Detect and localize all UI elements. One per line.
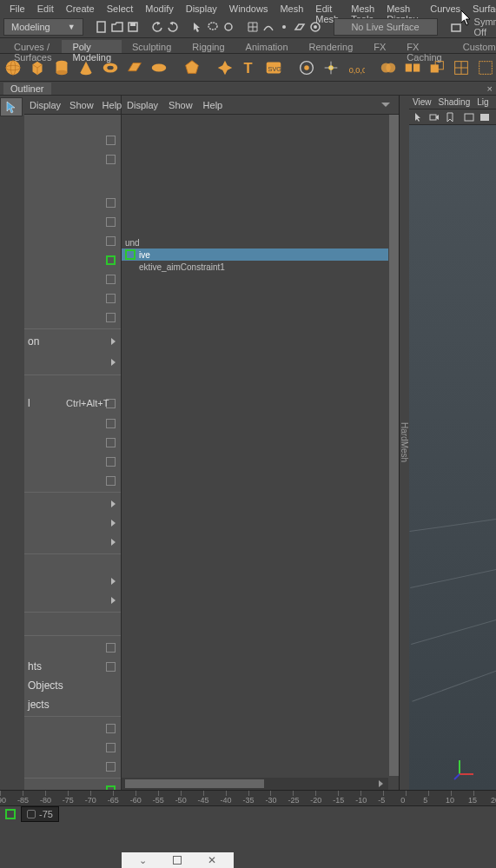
svg-import-icon[interactable]: SVG	[264, 57, 283, 78]
open-scene-icon[interactable]	[111, 20, 123, 34]
snap-grid-icon[interactable]	[247, 20, 259, 34]
menu-display[interactable]: Display	[180, 2, 223, 14]
super-shape-icon[interactable]	[215, 57, 235, 78]
viewport-canvas[interactable]	[409, 125, 496, 790]
menu-item-label[interactable]: on	[28, 335, 39, 348]
select-mode-icon[interactable]	[191, 20, 203, 34]
maximize-icon[interactable]	[173, 856, 182, 865]
menu-checkbox[interactable]	[106, 275, 116, 284]
menu-mesh-display[interactable]: Mesh Display	[380, 2, 424, 14]
chevron-down-icon[interactable]: ⌄	[139, 855, 147, 866]
menu-checkbox[interactable]	[106, 743, 116, 752]
poly-cone-icon[interactable]	[76, 57, 96, 78]
extract-icon[interactable]	[427, 57, 446, 78]
menu-item-label[interactable]: jects	[28, 699, 50, 711]
shelf-tab-fx[interactable]: FX	[363, 40, 396, 53]
context-menu-show[interactable]: Show	[69, 100, 94, 110]
construction-history-icon[interactable]	[450, 20, 462, 34]
menu-item-label[interactable]: l	[28, 397, 30, 409]
shelf-tab-rigging[interactable]: Rigging	[182, 40, 235, 53]
snap-point-icon[interactable]	[278, 20, 290, 34]
poly-type-icon[interactable]: T	[240, 57, 259, 78]
menu-edit-mesh[interactable]: Edit Mesh	[309, 2, 345, 14]
outliner-item[interactable]: und	[122, 236, 388, 248]
paint-select-icon[interactable]	[222, 20, 235, 34]
platonic-icon[interactable]	[182, 57, 202, 78]
shelf-tab-rendering[interactable]: Rendering	[299, 40, 364, 53]
viewport-side-tab[interactable]: HardMesh	[400, 96, 409, 790]
menu-checkbox[interactable]	[106, 457, 116, 467]
menu-checkbox[interactable]	[106, 236, 116, 246]
context-menu-help[interactable]: Help	[103, 100, 122, 110]
shelf-tab-sculpting[interactable]: Sculpting	[122, 40, 182, 53]
redo-icon[interactable]	[167, 20, 179, 34]
combine-icon[interactable]	[379, 57, 398, 78]
menu-checkbox[interactable]	[106, 476, 116, 486]
viewport-menu-lighting[interactable]: Lig	[477, 97, 488, 107]
menu-checkbox[interactable]	[106, 662, 116, 672]
viewport-menu-view[interactable]: View	[413, 97, 432, 107]
boolean-icon[interactable]	[476, 57, 495, 78]
shelf-tab-custom[interactable]: Custom	[453, 40, 496, 53]
outliner-horizontal-scrollbar[interactable]	[122, 778, 388, 790]
context-menu-display[interactable]: Display	[30, 100, 61, 110]
menu-checkbox[interactable]	[106, 643, 116, 653]
shelf-tab-fx-caching[interactable]: FX Caching	[396, 40, 452, 53]
outliner-menu-show[interactable]: Show	[169, 100, 193, 110]
outliner-menu-display[interactable]: Display	[127, 100, 158, 110]
snap-curve-icon[interactable]	[262, 20, 274, 34]
outliner-menu-help[interactable]: Help	[203, 100, 223, 110]
shelf-tab-animation[interactable]: Animation	[235, 40, 299, 53]
outliner-tree[interactable]: und ive ektive_aimConstraint1	[122, 115, 388, 776]
symmetry-status[interactable]: Symmetry: Off	[474, 17, 496, 37]
menu-checkbox[interactable]	[106, 155, 116, 164]
lasso-select-icon[interactable]	[207, 20, 219, 34]
menu-select[interactable]: Select	[101, 2, 140, 14]
menu-curves[interactable]: Curves	[424, 2, 466, 14]
poly-torus-icon[interactable]	[101, 57, 120, 78]
soft-select-icon[interactable]	[297, 57, 316, 78]
live-surface-status[interactable]: No Live Surface	[334, 18, 438, 36]
menu-create[interactable]: Create	[60, 2, 101, 14]
outliner-options-dropdown-icon[interactable]	[381, 103, 390, 107]
vp-bookmark-icon[interactable]	[444, 111, 456, 123]
menu-checkbox[interactable]	[106, 294, 116, 303]
menu-file[interactable]: File	[3, 2, 31, 14]
menu-checkbox[interactable]	[106, 217, 116, 227]
shelf-tab-poly-modeling[interactable]: Poly Modeling	[62, 40, 122, 53]
shelf-tab-curves-surfaces[interactable]: Curves / Surfaces	[3, 40, 62, 53]
new-scene-icon[interactable]	[96, 20, 108, 34]
menu-surfaces[interactable]: Surfaces	[466, 2, 496, 14]
menu-checkbox[interactable]	[106, 762, 116, 772]
menu-mesh[interactable]: Mesh	[274, 2, 309, 14]
menu-windows[interactable]: Windows	[223, 2, 274, 14]
menu-checkbox[interactable]	[106, 438, 116, 447]
current-frame-field[interactable]: -75	[21, 806, 59, 822]
save-scene-icon[interactable]	[127, 20, 139, 34]
menu-checkbox[interactable]	[106, 419, 116, 428]
outliner-vertical-scrollbar[interactable]	[389, 115, 399, 776]
vp-camera-select-icon[interactable]	[413, 111, 425, 123]
timeline[interactable]: -90-85-80-75-70-65-60-55-50-45-40-35-30-…	[0, 790, 496, 805]
poly-disc-icon[interactable]	[149, 57, 169, 78]
smooth-icon[interactable]	[452, 57, 471, 78]
select-tool-button[interactable]	[0, 97, 23, 116]
menu-item-label[interactable]: Objects	[28, 679, 63, 692]
pivot-icon[interactable]	[321, 57, 341, 78]
menu-mesh-tools[interactable]: Mesh Tools	[345, 2, 380, 14]
menu-modify[interactable]: Modify	[139, 2, 179, 14]
menu-checkbox[interactable]	[106, 313, 116, 322]
panel-close-icon[interactable]: ×	[487, 83, 493, 94]
outliner-item-selected[interactable]: ive	[122, 248, 388, 261]
menu-checkbox[interactable]	[106, 198, 116, 208]
vp-camera-icon[interactable]	[428, 111, 440, 123]
range-start-handle[interactable]	[5, 809, 16, 819]
menu-item-label[interactable]: hts	[28, 660, 42, 673]
workspace-mode-dropdown[interactable]: Modeling ▼	[3, 18, 83, 36]
menu-checkbox[interactable]	[106, 724, 116, 733]
undo-icon[interactable]	[151, 20, 163, 34]
poly-plane-icon[interactable]	[125, 57, 144, 78]
poly-sphere-icon[interactable]	[3, 57, 23, 78]
menu-edit[interactable]: Edit	[31, 2, 60, 14]
close-icon[interactable]: ✕	[208, 854, 216, 866]
